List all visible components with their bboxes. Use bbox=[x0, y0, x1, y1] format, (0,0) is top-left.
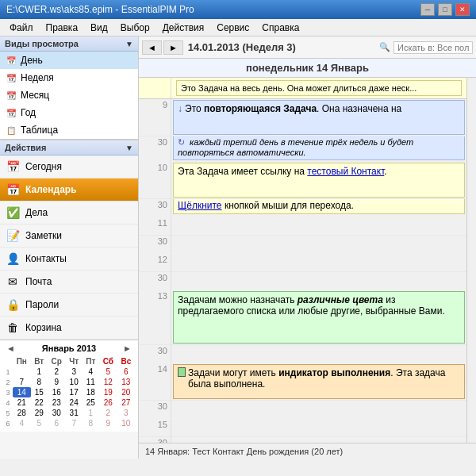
mini-cal-day[interactable]: 17 bbox=[66, 387, 83, 397]
mini-cal-day[interactable]: 4 bbox=[83, 367, 99, 377]
mini-cal-day[interactable]: 22 bbox=[31, 397, 48, 408]
mini-cal-day[interactable]: 28 bbox=[13, 408, 31, 418]
mini-cal-day[interactable]: 2 bbox=[48, 367, 66, 377]
mini-cal-day[interactable]: 10 bbox=[117, 418, 135, 428]
mini-cal-day[interactable]: 9 bbox=[99, 418, 117, 428]
maximize-button[interactable]: □ bbox=[438, 3, 452, 16]
menu-service[interactable]: Сервис bbox=[210, 21, 255, 35]
actions-section: Действия ▼ 📅 Сегодня 📅 Календарь ✅ Дела … bbox=[0, 140, 138, 340]
repeat-icon2: ↻ bbox=[178, 137, 185, 147]
mini-cal-day[interactable]: 15 bbox=[31, 387, 48, 397]
nav-contacts[interactable]: 👤 Контакты bbox=[0, 248, 138, 271]
color-event[interactable]: Задачам можно назначать различные цвета … bbox=[173, 291, 465, 344]
repeating-event-cont[interactable]: ↻ каждый третий день в течение трёх неде… bbox=[173, 136, 465, 160]
mini-cal-day[interactable]: 19 bbox=[99, 387, 117, 397]
scrollbar[interactable] bbox=[466, 78, 476, 443]
menu-edit[interactable]: Правка bbox=[40, 21, 85, 35]
mini-cal-day[interactable]: 4 bbox=[13, 418, 31, 428]
view-year[interactable]: 📆 Год bbox=[0, 104, 138, 121]
view-week[interactable]: 📆 Неделя bbox=[0, 69, 138, 86]
mini-cal-day[interactable]: 21 bbox=[13, 397, 31, 408]
mini-cal-prev[interactable]: ◄ bbox=[3, 344, 18, 353]
link-event-cont[interactable]: Щёлкните кнопкой мыши для перехода. bbox=[173, 199, 465, 214]
mini-cal-day[interactable]: 13 bbox=[117, 377, 135, 387]
menu-select[interactable]: Выбор bbox=[114, 21, 156, 35]
mini-cal-day[interactable]: 3 bbox=[66, 367, 83, 377]
menu-help[interactable]: Справка bbox=[255, 21, 305, 35]
checkbox-event[interactable]: Задачи могут иметь индикатор выполнения.… bbox=[173, 364, 465, 399]
contacts-icon: 👤 bbox=[5, 251, 21, 267]
mini-cal-day[interactable]: 5 bbox=[99, 367, 117, 377]
mini-cal-day[interactable]: 7 bbox=[66, 418, 83, 428]
tasks-icon: ✅ bbox=[5, 205, 21, 221]
actions-collapse[interactable]: ▼ bbox=[125, 144, 133, 152]
cal-scroll[interactable]: Это Задача на весь день. Она может длить… bbox=[139, 78, 466, 443]
link-event[interactable]: Эта Задача имеет ссылку на тестовый Конт… bbox=[173, 163, 465, 198]
nav-calendar[interactable]: 📅 Календарь bbox=[0, 178, 138, 202]
allday-row: Это Задача на весь день. Она может длить… bbox=[139, 78, 466, 99]
minimize-button[interactable]: ─ bbox=[420, 3, 435, 16]
mini-cal-day[interactable]: 12 bbox=[99, 377, 117, 387]
today-icon: 📅 bbox=[5, 159, 21, 175]
mini-cal-day[interactable]: 31 bbox=[66, 408, 83, 418]
mini-cal-day[interactable]: 8 bbox=[83, 418, 99, 428]
toolbar-nav: ◄ ► bbox=[142, 40, 183, 55]
nav-mail[interactable]: ✉ Почта bbox=[0, 271, 138, 294]
time-slot-930: 30 ↻ каждый третий день в течение трёх н… bbox=[139, 136, 466, 162]
views-list: 📅 День 📆 Неделя 📆 Месяц 📆 Год 📋 Таблица bbox=[0, 52, 138, 140]
nav-trash[interactable]: 🗑 Корзина bbox=[0, 317, 138, 340]
nav-tasks[interactable]: ✅ Дела bbox=[0, 202, 138, 225]
mini-cal-day[interactable]: 23 bbox=[48, 397, 66, 408]
toolbar: ◄ ► 14.01.2013 (Неделя 3) 🔍 bbox=[139, 36, 476, 59]
close-button[interactable]: ✕ bbox=[455, 3, 470, 16]
view-day[interactable]: 📅 День bbox=[0, 52, 138, 69]
mini-cal-day[interactable]: 27 bbox=[117, 397, 135, 408]
mini-cal-day[interactable]: 25 bbox=[83, 397, 99, 408]
mini-cal-day[interactable]: 24 bbox=[66, 397, 83, 408]
nav-forward-button[interactable]: ► bbox=[163, 40, 183, 55]
allday-event[interactable]: Это Задача на весь день. Она может длить… bbox=[176, 80, 462, 96]
menu-file[interactable]: Файл bbox=[3, 21, 40, 35]
mini-cal-next[interactable]: ► bbox=[120, 344, 135, 353]
mini-cal-day[interactable]: 16 bbox=[48, 387, 66, 397]
mini-cal-day[interactable]: 1 bbox=[31, 367, 48, 377]
mini-cal-day[interactable]: 1 bbox=[83, 408, 99, 418]
mini-cal-day[interactable]: 6 bbox=[48, 418, 66, 428]
search-input[interactable] bbox=[393, 41, 473, 54]
view-table[interactable]: 📋 Таблица bbox=[0, 121, 138, 139]
contact-link[interactable]: тестовый Контакт bbox=[307, 166, 384, 177]
mini-cal-day[interactable]: 8 bbox=[31, 377, 48, 387]
nav-passwords[interactable]: 🔒 Пароли bbox=[0, 294, 138, 317]
mini-cal-day[interactable]: 5 bbox=[31, 418, 48, 428]
time-slot-1430: 30 bbox=[139, 401, 466, 419]
nav-notes[interactable]: 📝 Заметки bbox=[0, 225, 138, 248]
view-month[interactable]: 📆 Месяц bbox=[0, 86, 138, 104]
mini-cal-day[interactable]: 20 bbox=[117, 387, 135, 397]
toolbar-search: 🔍 bbox=[379, 41, 473, 54]
nav-back-button[interactable]: ◄ bbox=[142, 40, 162, 55]
mini-cal-day[interactable]: 6 bbox=[117, 367, 135, 377]
mini-cal-day[interactable]: 30 bbox=[48, 408, 66, 418]
mini-cal-day[interactable]: 9 bbox=[48, 377, 66, 387]
window-controls: ─ □ ✕ bbox=[420, 3, 470, 16]
nav-today[interactable]: 📅 Сегодня bbox=[0, 155, 138, 178]
mini-cal-day[interactable] bbox=[13, 367, 31, 377]
time-slot-1230: 30 bbox=[139, 272, 466, 290]
repeating-event[interactable]: ↓ Это повторяющаяся Задача. Она назначен… bbox=[173, 100, 465, 135]
views-collapse[interactable]: ▼ bbox=[125, 40, 133, 48]
status-bar: 14 Января: Тест Контакт День рождения (2… bbox=[139, 443, 476, 459]
mini-cal-day[interactable]: 2 bbox=[99, 408, 117, 418]
mini-cal-day[interactable]: 29 bbox=[31, 408, 48, 418]
mini-cal-day[interactable]: 26 bbox=[99, 397, 117, 408]
mini-cal-day[interactable]: 7 bbox=[13, 377, 31, 387]
menu-view[interactable]: Вид bbox=[84, 21, 114, 35]
menu-actions[interactable]: Действия bbox=[156, 21, 211, 35]
click-link[interactable]: Щёлкните bbox=[178, 200, 222, 211]
calendar-area: понедельник 14 Январь Это Задача на весь… bbox=[139, 59, 476, 443]
table-icon: 📋 bbox=[5, 124, 17, 136]
mini-cal-day-selected[interactable]: 14 bbox=[13, 387, 31, 397]
mini-cal-day[interactable]: 10 bbox=[66, 377, 83, 387]
mini-cal-day[interactable]: 18 bbox=[83, 387, 99, 397]
mini-cal-day[interactable]: 11 bbox=[83, 377, 99, 387]
mini-cal-day[interactable]: 3 bbox=[117, 408, 135, 418]
